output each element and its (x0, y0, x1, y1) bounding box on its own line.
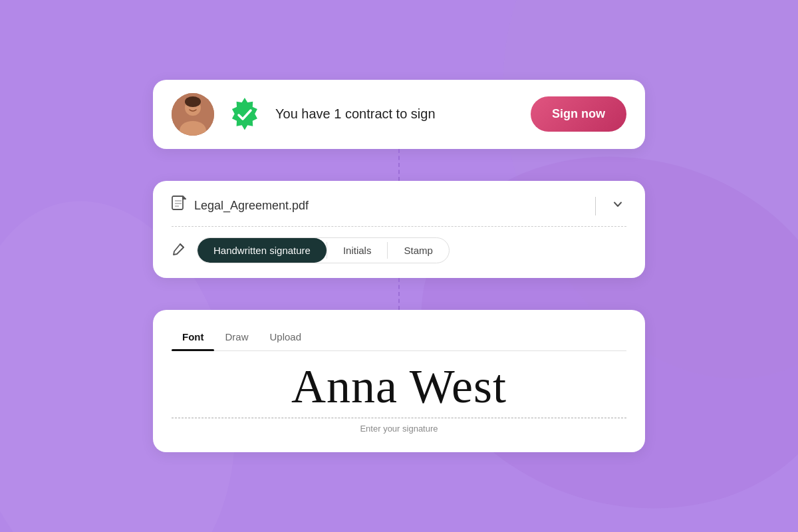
doc-divider (595, 197, 596, 215)
document-dropdown-button[interactable] (609, 196, 626, 216)
verified-badge-icon (227, 97, 262, 132)
mode-tab-upload[interactable]: Upload (259, 326, 313, 350)
signature-baseline (172, 418, 626, 418)
signature-type-tabs: Handwritten signature Initials Stamp (197, 237, 450, 263)
avatar (172, 93, 214, 136)
svg-rect-7 (172, 196, 183, 209)
mode-tab-font[interactable]: Font (172, 326, 214, 350)
notification-text: You have 1 contract to sign (275, 106, 517, 122)
signature-type-row: Handwritten signature Initials Stamp (172, 237, 626, 263)
sig-tab-stamp[interactable]: Stamp (388, 238, 448, 263)
svg-point-5 (185, 96, 201, 107)
connector-line-1 (398, 149, 400, 181)
edit-icon (172, 241, 186, 259)
document-icon (172, 196, 186, 217)
sig-tab-initials[interactable]: Initials (327, 238, 388, 263)
notification-card: You have 1 contract to sign Sign now (153, 80, 645, 149)
signature-display-area: Anna West Enter your signature (172, 351, 626, 439)
signature-mode-tabs: Font Draw Upload (172, 326, 626, 351)
document-name: Legal_Agreement.pdf (194, 199, 582, 213)
document-card: Legal_Agreement.pdf Handwritten signatur… (153, 181, 645, 278)
main-container: You have 1 contract to sign Sign now Leg… (153, 80, 645, 452)
signature-input-card: Font Draw Upload Anna West Enter your si… (153, 310, 645, 452)
signature-placeholder: Enter your signature (360, 424, 438, 434)
sign-now-button[interactable]: Sign now (531, 96, 626, 132)
document-row: Legal_Agreement.pdf (172, 196, 626, 227)
connector-line-2 (398, 278, 400, 310)
signature-text[interactable]: Anna West (291, 358, 507, 415)
sig-tab-handwritten[interactable]: Handwritten signature (198, 238, 327, 263)
mode-tab-draw[interactable]: Draw (214, 326, 259, 350)
